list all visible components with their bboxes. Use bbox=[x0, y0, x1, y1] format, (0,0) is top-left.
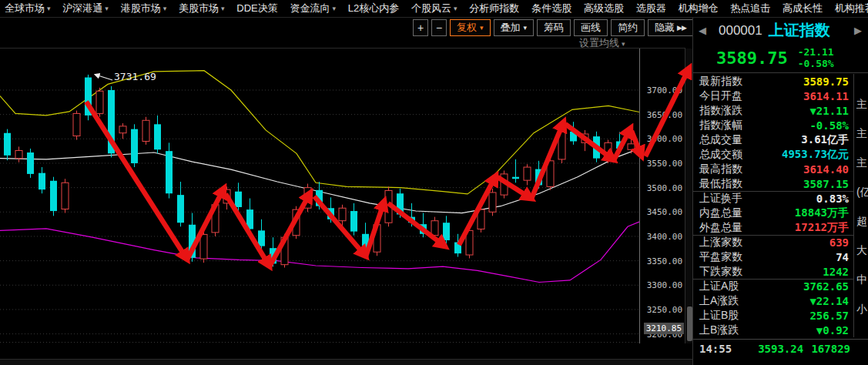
quote-row-value: 3762.65 bbox=[803, 280, 849, 293]
quote-row-label: 总成交额 bbox=[699, 148, 742, 162]
menu-item[interactable]: DDE决策 bbox=[236, 2, 277, 15]
price-axis: 3700.003650.003600.003550.003500.003450.… bbox=[639, 49, 685, 343]
quote-row-value: 1242 bbox=[823, 266, 849, 278]
toolbar-button[interactable]: 复权▾ bbox=[450, 19, 491, 36]
quote-row-value: 256.57 bbox=[809, 310, 849, 322]
quote-row-label: 上涨家数 bbox=[699, 236, 742, 249]
avg-price: 3593.24 bbox=[758, 343, 803, 355]
quote-row: 上涨家数639 bbox=[693, 235, 853, 249]
quote-row-label: 上B涨跌 bbox=[699, 323, 739, 337]
toolbar-button[interactable]: 隐藏▶▶ bbox=[648, 19, 693, 36]
chart-scrollbar-thumb[interactable] bbox=[687, 306, 692, 341]
quote-row: 上B涨跌▼0.92 bbox=[693, 323, 853, 337]
ma-settings-label: 设置均线 bbox=[579, 37, 619, 49]
quote-row-label: 最高指数 bbox=[699, 162, 742, 176]
menu-item[interactable]: 资金流向▾ bbox=[290, 2, 336, 15]
menu-item[interactable]: 机构推荐 bbox=[835, 2, 868, 15]
quote-row-label: 总成交量 bbox=[699, 133, 742, 147]
quote-row-value: ▼0.92 bbox=[816, 324, 849, 337]
menu-item[interactable]: 热点追击 bbox=[730, 2, 770, 15]
axis-tick-label: 3500.00 bbox=[641, 183, 682, 193]
quote-price-row: 3589.75 -21.11 -0.58% bbox=[693, 43, 868, 73]
menu-item[interactable]: 沪深港通▾ bbox=[62, 2, 109, 15]
menu-item[interactable]: 港股市场▾ bbox=[121, 2, 167, 15]
clipped-label: 小 bbox=[856, 303, 867, 316]
chevron-down-icon: ▾ bbox=[332, 5, 336, 12]
kline-chart-canvas[interactable] bbox=[0, 49, 639, 343]
quote-row: 指数涨幅-0.58% bbox=[693, 118, 853, 132]
chevron-down-icon: ▾ bbox=[524, 24, 528, 32]
quote-row-value: 3614.11 bbox=[803, 90, 849, 102]
last-price: 3589.75 bbox=[716, 49, 788, 68]
menu-item[interactable]: 条件选股 bbox=[531, 2, 571, 15]
quote-row-value: 3.61亿手 bbox=[801, 133, 849, 147]
next-stock-button[interactable]: ▶ bbox=[854, 25, 862, 36]
clipped-label: (亿 bbox=[856, 186, 868, 199]
quote-row-label: 下跌家数 bbox=[699, 265, 742, 279]
toolbar-button[interactable]: 叠加▾ bbox=[494, 19, 535, 36]
clipped-label: 中 bbox=[856, 273, 867, 287]
quote-row-value: 74 bbox=[836, 251, 849, 263]
high-price-annotation: 3731.69 bbox=[114, 71, 156, 82]
zoom-out-button[interactable]: − bbox=[431, 19, 447, 36]
quote-row: 下跌家数1242 bbox=[693, 264, 853, 279]
change-percent: -0.58% bbox=[798, 58, 834, 69]
quote-row: 上证换手0.83% bbox=[693, 191, 853, 206]
axis-tick-label: 3550.00 bbox=[641, 159, 682, 169]
quote-row-value: ▼21.11 bbox=[809, 105, 849, 117]
prev-stock-button[interactable]: ◀ bbox=[699, 25, 706, 36]
quote-row-value: 17212万手 bbox=[795, 221, 849, 235]
axis-tick-label: 3450.00 bbox=[641, 207, 682, 217]
quote-row-label: 上A涨跌 bbox=[699, 294, 739, 308]
quote-row-value: 3614.40 bbox=[803, 163, 849, 176]
chevron-down-icon: ▾ bbox=[454, 5, 457, 12]
chevron-down-icon: ▾ bbox=[480, 24, 484, 32]
quote-row-value: 3589.75 bbox=[803, 75, 849, 88]
double-chevron-icon: ▶▶ bbox=[677, 24, 686, 32]
stock-code: 000001 bbox=[719, 23, 762, 39]
quote-row-value: 3587.15 bbox=[803, 178, 849, 190]
quote-panel: ◀ 000001 上证指数 ▶ 3589.75 -21.11 -0.58% 最新… bbox=[692, 18, 868, 365]
chart-toolbar: +−复权▾叠加▾筹码画线简约隐藏▶▶ bbox=[413, 19, 712, 36]
quote-row: 今日开盘3614.11 bbox=[693, 89, 853, 103]
menu-item[interactable]: 高成长性 bbox=[783, 2, 823, 15]
quote-row: 上证A股3762.65 bbox=[693, 279, 853, 293]
toolbar-button[interactable]: 画线 bbox=[574, 19, 608, 36]
top-menu-bar: 全球市场▾沪深港通▾港股市场▾美股市场▾DDE决策资金流向▾L2核心内参个股风云… bbox=[0, 0, 868, 18]
clipped-second-column: 主主主(亿超大中小 bbox=[853, 74, 868, 337]
volume-value: 167829 bbox=[811, 343, 850, 355]
menu-item[interactable]: 机构增仓 bbox=[678, 2, 718, 15]
menu-item[interactable]: 选股器 bbox=[636, 2, 666, 15]
quote-row-value: 0.83% bbox=[816, 193, 849, 205]
axis-tick-label: 3300.00 bbox=[641, 280, 682, 290]
trading-app-window: 全球市场▾沪深港通▾港股市场▾美股市场▾DDE决策资金流向▾L2核心内参个股风云… bbox=[0, 0, 868, 365]
zoom-in-button[interactable]: + bbox=[413, 19, 428, 36]
clipped-label: 主 bbox=[856, 127, 867, 141]
axis-tick-label: 3350.00 bbox=[641, 256, 682, 266]
quote-row: 最新指数3589.75 bbox=[693, 74, 853, 89]
quote-row: 平盘家数74 bbox=[693, 249, 853, 264]
chevron-down-icon: ▾ bbox=[105, 5, 109, 12]
clipped-label: 主 bbox=[856, 98, 867, 112]
chevron-down-icon: ▾ bbox=[221, 5, 225, 12]
menu-item[interactable]: 个股风云▾ bbox=[411, 2, 457, 15]
quote-time: 14:55 bbox=[699, 343, 732, 355]
kline-chart-svg bbox=[0, 49, 639, 343]
toolbar-button[interactable]: 筹码 bbox=[537, 19, 571, 36]
quote-row-value: ▼22.14 bbox=[809, 295, 849, 307]
menu-item[interactable]: 美股市场▾ bbox=[179, 2, 225, 15]
stock-name: 上证指数 bbox=[769, 20, 830, 41]
menu-item[interactable]: L2核心内参 bbox=[348, 2, 399, 15]
quote-row: 指数涨跌▼21.11 bbox=[693, 103, 853, 118]
quote-row-label: 指数涨跌 bbox=[699, 104, 742, 118]
clipped-label: 超 bbox=[856, 215, 867, 229]
menu-item[interactable]: 全球市场▾ bbox=[5, 2, 51, 15]
quote-row-label: 内盘总量 bbox=[699, 206, 742, 220]
quote-row-value: 4953.73亿元 bbox=[782, 148, 849, 162]
clipped-label: 主 bbox=[856, 156, 867, 170]
menu-item[interactable]: 高级选股 bbox=[584, 2, 624, 15]
toolbar-button[interactable]: 简约 bbox=[611, 19, 645, 36]
quote-header: ◀ 000001 上证指数 ▶ bbox=[693, 18, 868, 43]
quote-row: 总成交额4953.73亿元 bbox=[693, 147, 853, 162]
menu-item[interactable]: 分析师指数 bbox=[469, 2, 519, 15]
